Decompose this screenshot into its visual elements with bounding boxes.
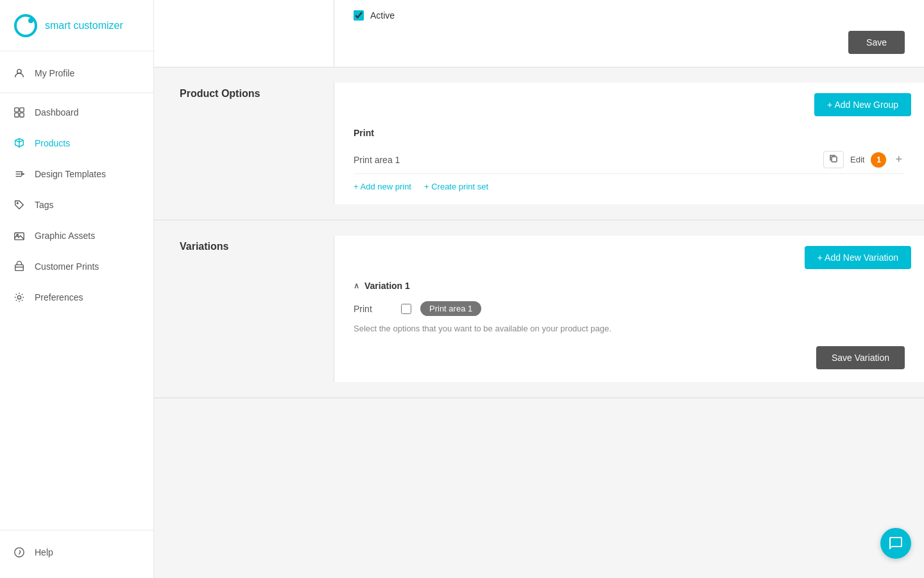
print-area-name: Print area 1 — [354, 155, 817, 165]
create-print-set-link[interactable]: + Create print set — [424, 182, 488, 191]
chat-fab-button[interactable] — [880, 528, 911, 559]
sidebar-item-label: My Profile — [35, 68, 74, 78]
sidebar-item-label: Customer Prints — [35, 261, 99, 272]
active-label: Active — [370, 10, 395, 21]
main-content: Active Save Product Options + Add New Gr… — [154, 0, 924, 578]
add-new-group-button[interactable]: + Add New Group — [814, 93, 911, 116]
sidebar-bottom: Help — [0, 530, 153, 578]
logo: smart customizer — [0, 0, 153, 51]
sidebar-item-label: Dashboard — [35, 107, 79, 118]
variation-print-label: Print — [354, 304, 392, 314]
svg-rect-17 — [832, 157, 837, 162]
save-button[interactable]: Save — [848, 31, 905, 54]
variations-section: Variations + Add New Variation ∧ Variati… — [154, 220, 924, 398]
help-icon — [13, 546, 26, 559]
sidebar-item-my-profile[interactable]: My Profile — [0, 58, 153, 89]
print-actions: + Add new print + Create print set — [354, 182, 905, 191]
badge-number: 1 — [871, 152, 886, 168]
sidebar-item-products[interactable]: Products — [0, 128, 153, 159]
sidebar-item-label: Design Templates — [35, 169, 106, 179]
top-section-content: Active Save — [334, 0, 924, 67]
sidebar-item-dashboard[interactable]: Dashboard — [0, 97, 153, 128]
svg-point-1 — [28, 18, 33, 23]
sidebar-item-label: Help — [35, 547, 53, 557]
save-variation-button[interactable]: Save Variation — [816, 346, 905, 369]
print-area-row: Print area 1 Edit 1 + — [354, 146, 905, 174]
customer-prints-icon — [13, 260, 26, 273]
graphic-assets-icon — [13, 229, 26, 242]
logo-icon — [13, 13, 38, 39]
dashboard-icon — [13, 106, 26, 119]
svg-point-0 — [15, 15, 36, 36]
print-group: Print Print area 1 Edit 1 + — [354, 128, 905, 191]
product-options-label: Product Options — [154, 83, 334, 105]
variation-print-row: Print Print area 1 — [354, 301, 905, 316]
plus-button[interactable]: + — [893, 153, 905, 166]
svg-point-16 — [15, 548, 24, 557]
svg-point-10 — [17, 202, 18, 204]
active-checkbox[interactable] — [354, 10, 364, 21]
svg-rect-4 — [20, 108, 24, 112]
product-options-content: + Add New Group Print Print area 1 Edit … — [334, 83, 924, 204]
variation-hint: Select the options that you want to be a… — [354, 324, 905, 333]
variations-label: Variations — [154, 236, 334, 258]
svg-rect-13 — [15, 265, 24, 270]
sidebar-item-graphic-assets[interactable]: Graphic Assets — [0, 220, 153, 251]
app-name: smart customizer — [45, 20, 123, 31]
design-templates-icon — [13, 168, 26, 180]
sidebar-item-preferences[interactable]: Preferences — [0, 282, 153, 313]
sidebar-item-customer-prints[interactable]: Customer Prints — [0, 251, 153, 282]
preferences-icon — [13, 291, 26, 304]
variation-1-header[interactable]: ∧ Variation 1 — [354, 281, 905, 291]
svg-rect-5 — [15, 113, 19, 117]
chevron-up-icon: ∧ — [354, 281, 359, 290]
sidebar-item-tags[interactable]: Tags — [0, 189, 153, 220]
variation-1-block: ∧ Variation 1 Print Print area 1 Select … — [354, 281, 905, 369]
variation-1-title: Variation 1 — [364, 281, 410, 291]
print-group-title: Print — [354, 128, 905, 138]
svg-point-15 — [17, 295, 21, 299]
products-icon — [13, 137, 26, 150]
sidebar: smart customizer My Profile — [0, 0, 154, 578]
svg-rect-6 — [20, 113, 24, 117]
add-new-variation-button[interactable]: + Add New Variation — [805, 246, 911, 269]
product-options-section: Product Options + Add New Group Print Pr… — [154, 67, 924, 220]
variations-content: + Add New Variation ∧ Variation 1 Print … — [334, 236, 924, 382]
sidebar-item-label: Graphic Assets — [35, 231, 95, 241]
add-new-print-link[interactable]: + Add new print — [354, 182, 411, 191]
sidebar-item-label: Preferences — [35, 292, 83, 302]
user-icon — [13, 67, 26, 80]
copy-button[interactable] — [823, 151, 844, 168]
variation-print-area-tag: Print area 1 — [420, 301, 481, 316]
sidebar-item-help[interactable]: Help — [0, 537, 153, 568]
active-row: Active — [354, 10, 905, 21]
sidebar-divider — [0, 92, 153, 93]
sidebar-item-label: Products — [35, 138, 70, 148]
edit-link[interactable]: Edit — [850, 155, 864, 164]
sidebar-nav: My Profile Dashboard — [0, 51, 153, 530]
tags-icon — [13, 198, 26, 211]
top-section: Active Save — [154, 0, 924, 67]
sidebar-item-label: Tags — [35, 200, 54, 210]
sidebar-item-design-templates[interactable]: Design Templates — [0, 159, 153, 189]
svg-rect-3 — [15, 108, 19, 112]
variation-print-checkbox[interactable] — [401, 304, 411, 314]
